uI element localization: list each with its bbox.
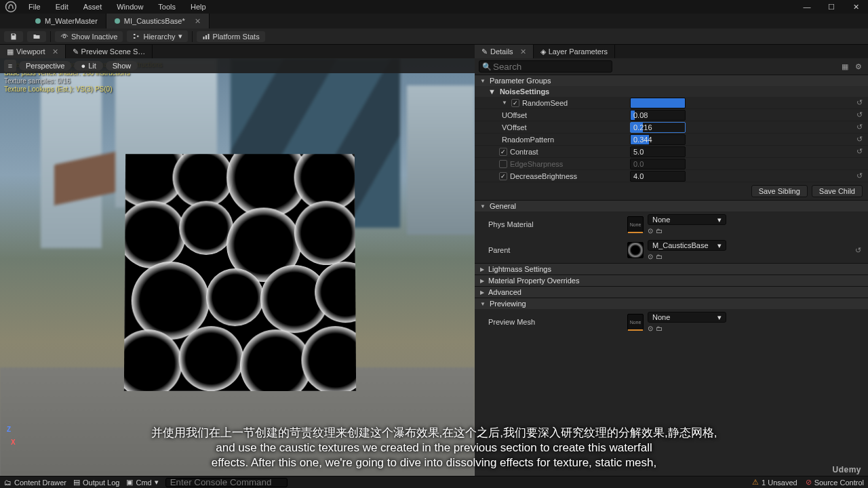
stat-line: Texture Lookups (Est.): VS(3) PS(0) (4, 85, 162, 94)
browse-to-asset-icon[interactable]: 🗀 (656, 253, 663, 260)
show-dropdown[interactable]: Show (106, 61, 138, 70)
maximize-button[interactable]: ☐ (819, 1, 844, 13)
source-control-button[interactable]: ⊘Source Control (806, 478, 864, 487)
reset-icon[interactable]: ↺ (856, 98, 863, 107)
show-inactive-button[interactable]: Show Inactive (55, 31, 123, 42)
console-input[interactable] (165, 478, 288, 487)
tab-label: Layer Parameters (549, 47, 608, 56)
parent-dropdown[interactable]: M_CausticsBase▾ (648, 240, 726, 251)
phys-material-dropdown[interactable]: None▾ (648, 214, 726, 225)
tab-caustics-base[interactable]: MI_CausticsBase* ✕ (106, 14, 210, 28)
param-value[interactable]: 4.0 (630, 171, 686, 182)
viewport-options-icon[interactable]: ≡ (4, 60, 16, 72)
close-tab-icon[interactable]: ✕ (195, 17, 201, 26)
param-value[interactable]: 0.08 (630, 110, 686, 121)
chevron-down-icon: ▼ (488, 87, 496, 96)
unsaved-indicator[interactable]: ⚠1 Unsaved (752, 478, 797, 487)
override-checkbox[interactable] (499, 160, 507, 168)
brush-icon: ✎ (73, 47, 79, 56)
reset-icon[interactable]: ↺ (856, 171, 863, 180)
param-uoffset: UOffset 0.08 ↺ (475, 109, 868, 121)
save-child-button[interactable]: Save Child (812, 185, 863, 197)
menu-asset[interactable]: Asset (77, 1, 109, 12)
menu-edit[interactable]: Edit (49, 1, 75, 12)
view-options-icon[interactable]: ▦ (840, 62, 850, 71)
param-value[interactable]: 0.344 (630, 134, 686, 145)
use-selected-icon[interactable]: ⊙ (648, 325, 653, 332)
log-icon: ▤ (73, 478, 80, 487)
param-value[interactable] (630, 98, 686, 108)
param-random-seed: ▼RandomSeed ↺ (475, 97, 868, 109)
viewport[interactable]: ≡ Perspective ●Lit Show Base pass shader… (0, 58, 475, 476)
reset-icon[interactable]: ↺ (856, 147, 863, 156)
param-voffset: VOffset 0.216 ↺ (475, 121, 868, 134)
browse-to-asset-icon[interactable]: 🗀 (656, 227, 663, 235)
menu-tools[interactable]: Tools (151, 1, 182, 12)
platform-stats-button[interactable]: Platform Stats (197, 31, 265, 42)
hierarchy-button[interactable]: Hierarchy ▾ (127, 30, 187, 42)
lit-dropdown[interactable]: ●Lit (74, 61, 102, 70)
cat-previewing[interactable]: ▼Previewing (475, 298, 868, 309)
param-edge-sharpness: EdgeSharpness 0.0 (475, 158, 868, 170)
bulb-icon: ● (81, 62, 85, 70)
close-icon[interactable]: ✕ (52, 47, 58, 56)
param-value[interactable]: 0.0 (630, 159, 686, 169)
asset-thumbnail[interactable]: None (627, 216, 644, 232)
minimize-button[interactable]: — (795, 1, 819, 13)
subcat-noise-settings[interactable]: ▼NoiseSettings (475, 86, 868, 97)
menu-file[interactable]: File (22, 1, 47, 12)
cat-lightmass[interactable]: ▶Lightmass Settings (475, 263, 868, 274)
asset-thumbnail[interactable]: None (627, 314, 644, 330)
cat-advanced[interactable]: ▶Advanced (475, 286, 868, 298)
content-drawer-button[interactable]: 🗂Content Drawer (4, 479, 66, 487)
tab-details[interactable]: ✎ Details ✕ (475, 45, 534, 58)
chevron-down-icon[interactable]: ▼ (502, 100, 507, 106)
param-value[interactable]: 0.216 (630, 122, 686, 133)
close-icon[interactable]: ✕ (520, 47, 526, 56)
output-log-button[interactable]: ▤Output Log (73, 478, 119, 487)
tab-label: Details (490, 47, 513, 56)
override-checkbox[interactable] (499, 148, 507, 156)
param-rnadom-pattern: RnadomPattern 0.344 ↺ (475, 134, 868, 146)
browse-button[interactable] (27, 31, 46, 42)
platform-stats-label: Platform Stats (213, 33, 260, 41)
cat-material-overrides[interactable]: ▶Material Property Overrides (475, 274, 868, 286)
svg-rect-6 (203, 37, 204, 39)
reset-icon[interactable]: ↺ (855, 246, 861, 255)
tab-water-master[interactable]: M_WaterMaster (27, 14, 106, 28)
toolbar-separator (192, 31, 193, 42)
reset-icon[interactable]: ↺ (856, 123, 863, 131)
close-button[interactable]: ✕ (844, 1, 868, 13)
save-sibling-button[interactable]: Save Sibling (751, 185, 808, 197)
reset-icon[interactable]: ↺ (856, 135, 863, 144)
override-checkbox[interactable] (511, 99, 519, 107)
material-dot-icon (35, 18, 41, 24)
asset-thumbnail[interactable] (627, 242, 644, 258)
override-checkbox[interactable] (499, 172, 507, 180)
browse-to-asset-icon[interactable]: 🗀 (656, 325, 663, 332)
param-contrast: Contrast 5.0 ↺ (475, 146, 868, 158)
tab-viewport[interactable]: ▦ Viewport ✕ (0, 45, 66, 58)
search-input[interactable] (479, 60, 612, 73)
tab-layer-parameters[interactable]: ◈ Layer Parameters (534, 45, 615, 58)
main-split: ▦ Viewport ✕ ✎ Preview Scene S… ≡ Perspe… (0, 45, 868, 476)
preview-mesh-dropdown[interactable]: None▾ (648, 312, 726, 323)
cmd-dropdown[interactable]: ▣Cmd ▾ (126, 478, 158, 487)
reset-icon[interactable]: ↺ (856, 110, 863, 119)
cat-parameter-groups[interactable]: ▼Parameter Groups (475, 75, 868, 86)
use-selected-icon[interactable]: ⊙ (648, 227, 653, 235)
cat-general[interactable]: ▼General (475, 200, 868, 211)
chevron-right-icon: ▶ (480, 278, 484, 284)
perspective-dropdown[interactable]: Perspective (19, 61, 71, 70)
save-buttons-row: Save Sibling Save Child (475, 182, 868, 200)
save-button[interactable] (4, 31, 23, 42)
details-search-row: 🔍 ▦ ⚙ (475, 58, 868, 75)
axis-gizmo: Z X (7, 426, 16, 446)
tab-preview-scene[interactable]: ✎ Preview Scene S… (66, 45, 153, 58)
use-selected-icon[interactable]: ⊙ (648, 253, 653, 260)
settings-icon[interactable]: ⚙ (853, 62, 864, 71)
tab-label: M_WaterMaster (45, 17, 98, 25)
menu-window[interactable]: Window (110, 1, 150, 12)
param-value[interactable]: 5.0 (630, 146, 686, 157)
menu-help[interactable]: Help (184, 1, 213, 12)
